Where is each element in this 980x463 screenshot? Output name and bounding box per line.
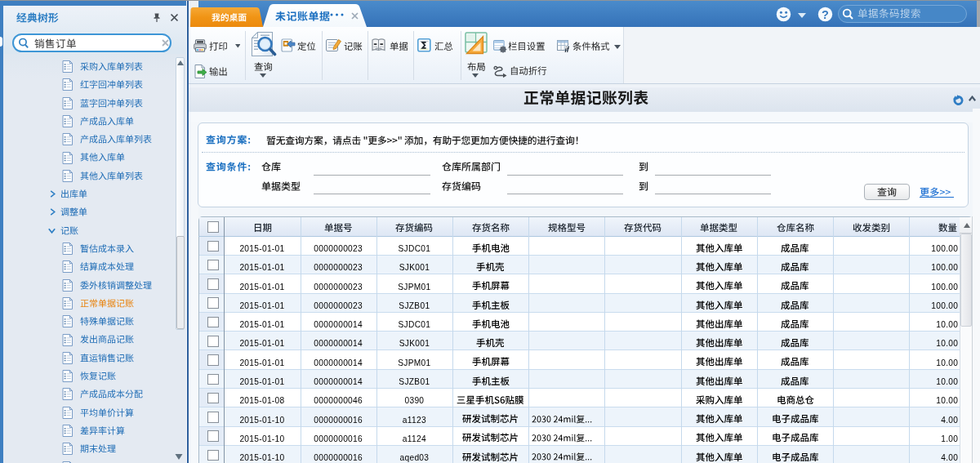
svg-text:if: if — [565, 46, 570, 54]
svg-text:?: ? — [822, 8, 829, 21]
